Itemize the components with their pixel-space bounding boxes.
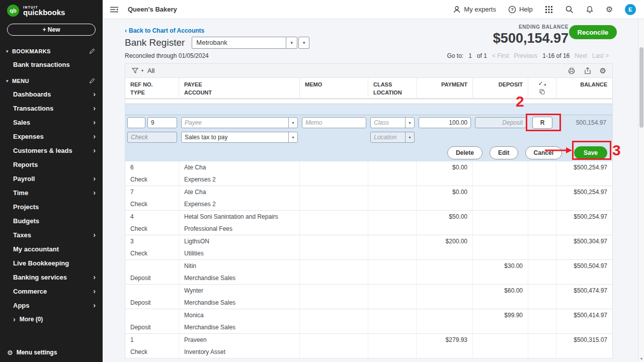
previous-page-link[interactable]: Previous	[514, 52, 538, 59]
table-settings-gear-icon[interactable]: ⚙	[600, 67, 606, 74]
sidebar-item[interactable]: Live Bookkeeping	[0, 256, 103, 270]
delete-button[interactable]: Delete	[447, 146, 482, 159]
menu-section-header[interactable]: ▾ MENU	[0, 71, 103, 87]
save-button[interactable]: Save	[574, 146, 607, 159]
back-to-chart-of-accounts-link[interactable]: ‹ Back to Chart of Accounts	[125, 27, 204, 34]
notifications-bell-icon[interactable]	[586, 6, 594, 14]
sidebar-item[interactable]: Taxes›	[0, 228, 103, 242]
next-page-link[interactable]: Next	[575, 52, 587, 59]
cancel-button[interactable]: Cancel	[525, 146, 562, 159]
sidebar-item-label: Apps	[13, 302, 30, 309]
edit-bookmarks-icon[interactable]	[89, 48, 96, 54]
ending-balance-label: ENDING BALANCE	[493, 24, 569, 30]
sidebar-item-label: Reports	[13, 161, 38, 168]
sidebar-item[interactable]: Sales›	[0, 115, 103, 129]
deposit-input	[475, 117, 526, 128]
type-input	[127, 132, 177, 143]
reconcile-button[interactable]: Reconcile	[569, 25, 617, 39]
scroll-down-icon[interactable]: ▾	[638, 355, 644, 362]
sidebar-item[interactable]: Reports	[0, 157, 103, 171]
sidebar-item[interactable]: Time›	[0, 186, 103, 200]
ref-no-input[interactable]	[147, 117, 177, 128]
sidebar-item[interactable]: Customers & leads›	[0, 143, 103, 157]
chevron-right-icon: ›	[93, 302, 96, 309]
first-page-link[interactable]: < First	[492, 52, 509, 59]
back-arrow-icon: ‹	[125, 27, 127, 34]
quickbooks-logo[interactable]: qb INTUIT quickbooks	[0, 0, 103, 20]
sidebar-item[interactable]: Transactions›	[0, 101, 103, 115]
sidebar-item[interactable]: Payroll›	[0, 171, 103, 186]
account-select[interactable]: Metrobank ▾	[192, 37, 297, 49]
my-experts-label: My experts	[464, 6, 496, 13]
col-location: LOCATION	[373, 88, 411, 97]
menu-settings-button[interactable]: ⚙ Menu settings	[7, 349, 57, 356]
last-page-link[interactable]: Last >	[592, 52, 609, 59]
account-select-input[interactable]: Sales tax to pay ▾	[181, 132, 298, 143]
page-header: ‹ Back to Chart of Accounts Bank Registe…	[103, 19, 644, 50]
vertical-scrollbar[interactable]: ▾	[638, 19, 644, 362]
table-row[interactable]: DepositMonicaMerchandise Sales$99.90$500…	[125, 309, 612, 334]
chevron-right-icon: ›	[93, 90, 96, 98]
my-experts-button[interactable]: My experts	[453, 6, 496, 14]
search-icon[interactable]	[565, 5, 574, 14]
user-avatar[interactable]: E	[625, 4, 636, 15]
sidebar-item-label: My accountant	[13, 245, 59, 253]
export-icon[interactable]	[584, 67, 592, 75]
sidebar-item[interactable]: Budgets	[0, 214, 103, 228]
svg-text:?: ?	[511, 7, 514, 12]
sidebar-item-more[interactable]: › More (0)	[0, 312, 103, 326]
reconcile-column-sort[interactable]: ✓▴	[530, 79, 554, 88]
sidebar-item[interactable]: Expenses›	[0, 129, 103, 143]
bookmarks-section-header[interactable]: ▾ BOOKMARKS	[0, 42, 103, 57]
edit-row-balance: 500,154.97	[556, 115, 612, 130]
sidebar-item[interactable]: Dashboards›	[0, 87, 103, 101]
chevron-down-icon: ▾	[405, 118, 414, 128]
memo-input[interactable]	[302, 117, 366, 128]
table-row[interactable]: 3CheckLigthsONUtilities$200.00$500,304.9…	[125, 235, 612, 260]
filter-dropdown[interactable]: ▾ All	[131, 67, 154, 74]
copy-icon[interactable]	[530, 88, 554, 95]
main-content: ‹ Back to Chart of Accounts Bank Registe…	[103, 19, 644, 362]
date-input-partial[interactable]	[127, 117, 145, 128]
help-button[interactable]: ? Help	[508, 6, 533, 14]
reconcile-status-button[interactable]: R	[532, 117, 552, 129]
edit-button[interactable]: Edit	[490, 146, 518, 159]
table-row[interactable]: 1CheckPraveenInventory Asset$279.93$500,…	[125, 334, 612, 358]
collapse-sidebar-icon[interactable]	[110, 6, 119, 14]
chevron-down-icon: ▾	[288, 118, 297, 128]
sidebar-item[interactable]: Banking services›	[0, 270, 103, 284]
payment-input[interactable]	[419, 117, 471, 128]
table-row[interactable]: DepositWynterMerchandise Sales$60.00$500…	[125, 285, 612, 309]
print-icon[interactable]	[568, 67, 576, 75]
edit-menu-icon[interactable]	[89, 77, 96, 84]
settings-gear-icon[interactable]: ⚙	[606, 6, 613, 14]
sidebar-item[interactable]: My accountant	[0, 242, 103, 256]
sidebar-item[interactable]: Projects	[0, 200, 103, 214]
new-transaction-row[interactable]	[125, 104, 612, 115]
sidebar-item-bank-transactions[interactable]: Bank transactions	[0, 57, 103, 71]
chevron-right-icon: ›	[93, 274, 96, 281]
sort-asc-icon: ▴	[544, 82, 546, 86]
new-button[interactable]: + New	[7, 24, 96, 36]
apps-grid-icon[interactable]	[545, 6, 553, 14]
goto-page-input[interactable]: 1	[468, 52, 472, 59]
payee-select[interactable]: Payee ▾	[181, 117, 298, 128]
register-options-button[interactable]: ▾	[298, 37, 309, 49]
table-row[interactable]: 4CheckHetal Soni Sanintation and Repairs…	[125, 211, 612, 235]
table-row[interactable]: 6CheckAte ChaExpenses 2$0.00$500,254.97	[125, 161, 612, 186]
sidebar-item[interactable]: Commerce›	[0, 284, 103, 298]
table-row[interactable]: DepositNitinMerchandise Sales$30.00$500,…	[125, 260, 612, 285]
row-range-label: 1-16 of 16	[542, 52, 570, 59]
chevron-right-icon: ›	[13, 316, 16, 323]
sidebar-item-label: Budgets	[13, 217, 39, 225]
chevron-right-icon: ›	[93, 288, 96, 295]
location-select: Location ▾	[370, 132, 415, 143]
col-payment: PAYMENT	[422, 80, 467, 88]
sidebar: qb INTUIT quickbooks + New ▾ BOOKMARKS B…	[0, 0, 103, 362]
annotation-step-3: 3	[612, 143, 621, 158]
sidebar-item-label: Live Bookkeeping	[13, 259, 69, 267]
table-row[interactable]: 7CheckAte ChaExpenses 2$0.00$500,254.97	[125, 186, 612, 211]
sidebar-item[interactable]: Apps›	[0, 298, 103, 312]
scrollbar-thumb[interactable]	[639, 47, 643, 128]
class-select[interactable]: Class ▾	[370, 117, 415, 128]
